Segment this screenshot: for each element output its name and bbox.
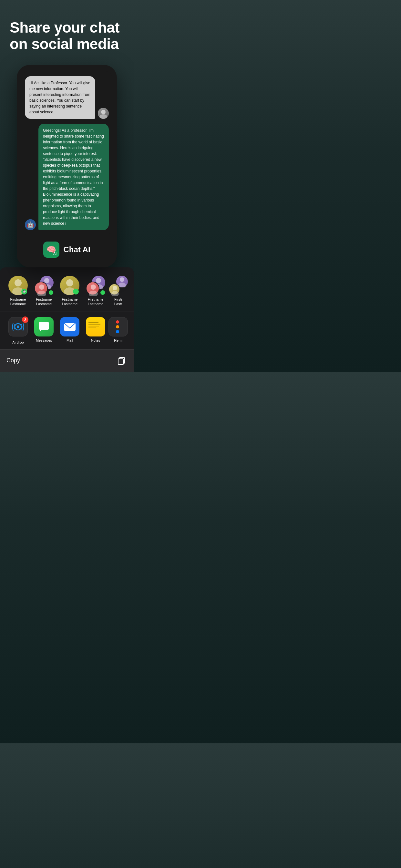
contact-avatar-5	[109, 276, 128, 295]
app-item-notes[interactable]: Notes	[83, 317, 109, 344]
contact-message-badge-3	[73, 289, 79, 294]
reminders-label: Remi	[114, 338, 122, 342]
share-sheet: 💬 FirstnameLastname FirstnameLa	[0, 268, 134, 372]
user-avatar-inner	[98, 108, 109, 119]
svg-rect-28	[118, 359, 123, 365]
contact-name-2: FirstnameLastname	[36, 297, 52, 306]
app-item-mail[interactable]: Mail	[57, 317, 83, 344]
contact-avatar-4	[86, 276, 105, 295]
contact-avatar-3	[60, 276, 80, 295]
app-branding: 🧠 AI Chat AI	[22, 235, 112, 261]
svg-point-25	[17, 326, 19, 328]
contact-overlap-5	[109, 276, 128, 295]
app-item-reminders[interactable]: Remi	[109, 317, 128, 344]
contact-item-4[interactable]: FirstnameLastname	[83, 276, 109, 306]
copy-bar[interactable]: Copy	[0, 349, 134, 372]
contact-overlap-4	[86, 276, 105, 295]
contacts-row: 💬 FirstnameLastname FirstnameLa	[0, 273, 134, 312]
notes-line-2	[89, 326, 99, 327]
contact-name-4: FirstnameLastname	[88, 297, 104, 306]
app-name: Chat AI	[63, 245, 90, 254]
mail-label: Mail	[66, 338, 73, 342]
copy-label: Copy	[6, 357, 20, 364]
user-message-bubble: Hi Act like a Professor. You will give m…	[25, 76, 95, 119]
app-item-airdrop[interactable]: 2 Airdrop	[5, 317, 31, 344]
contact-name-5: FirstiLastr	[114, 297, 122, 306]
svg-point-23	[111, 291, 119, 296]
svg-point-0	[101, 110, 105, 114]
ai-message-bubble: Greetings! As a professor, I'm delighted…	[38, 124, 109, 230]
contact-item-5[interactable]: FirstiLastr	[109, 276, 128, 306]
notes-line-3	[89, 328, 96, 328]
reminders-content	[113, 318, 123, 336]
notes-line-1	[89, 324, 100, 325]
user-avatar-svg	[98, 108, 109, 119]
notes-icon-box	[86, 317, 105, 337]
mail-svg-icon	[63, 320, 77, 334]
svg-point-20	[120, 277, 124, 282]
airdrop-notification-badge: 2	[22, 316, 28, 323]
phone-mockup: Hi Act like a Professor. You will give m…	[17, 65, 117, 268]
user-avatar	[98, 108, 109, 119]
svg-text:AI: AI	[53, 252, 57, 255]
phone-mockup-container: Hi Act like a Professor. You will give m…	[0, 62, 134, 268]
copy-icon-box[interactable]	[116, 355, 127, 367]
messages-svg-icon	[37, 320, 50, 333]
messages-label: Messages	[36, 338, 52, 342]
svg-point-13	[37, 290, 46, 296]
notes-line-header	[89, 322, 98, 323]
contact-overlap-2	[34, 276, 54, 295]
contact-name-1: FirstnameLastname	[10, 297, 26, 306]
header-section: Share your chaton social media	[0, 0, 134, 62]
svg-text:🤖: 🤖	[27, 221, 34, 228]
svg-point-12	[39, 284, 44, 290]
contact-badge-4	[100, 290, 105, 295]
svg-point-6	[14, 279, 22, 286]
svg-point-18	[91, 284, 96, 290]
notes-content	[86, 317, 105, 337]
contact-item-2[interactable]: FirstnameLastname	[31, 276, 57, 306]
user-message-row: Hi Act like a Professor. You will give m…	[25, 76, 109, 119]
contact-front-2	[34, 282, 48, 295]
svg-point-1	[99, 114, 107, 119]
app-icon: 🧠 AI	[43, 242, 59, 258]
notes-label: Notes	[91, 338, 100, 342]
contact-name-3: FirstnameLastname	[62, 297, 78, 306]
app-item-messages[interactable]: Messages	[31, 317, 57, 344]
page-title: Share your chaton social media	[10, 20, 124, 52]
chat-area: Hi Act like a Professor. You will give m…	[22, 71, 112, 235]
contact-avatar-1: 💬	[8, 276, 28, 295]
contact-item-1[interactable]: 💬 FirstnameLastname	[5, 276, 31, 306]
svg-text:💬: 💬	[23, 290, 26, 293]
svg-point-14	[66, 279, 73, 286]
mail-icon-box	[60, 317, 80, 337]
messages-icon-box	[34, 317, 54, 337]
svg-point-22	[113, 286, 117, 290]
ai-avatar-svg: 🤖	[25, 219, 36, 230]
contact-front-5	[109, 283, 120, 295]
airdrop-label: Airdrop	[12, 340, 24, 344]
contact-message-badge-1: 💬	[21, 289, 27, 294]
svg-point-19	[89, 290, 98, 296]
copy-icon	[117, 356, 126, 365]
contact-item-3[interactable]: FirstnameLastname	[57, 276, 83, 306]
brain-icon: 🧠 AI	[45, 244, 57, 255]
airdrop-svg-icon	[11, 320, 25, 333]
ai-avatar: 🤖	[25, 219, 36, 230]
ai-message-row: 🤖 Greetings! As a professor, I'm delight…	[25, 124, 109, 230]
contact-avatar-2	[34, 276, 54, 295]
contact-badge-2	[49, 290, 54, 295]
apps-row: 2 Airdrop Messages Mail	[0, 312, 134, 349]
reminders-icon-box	[109, 317, 128, 337]
contact-front-4	[86, 282, 99, 295]
